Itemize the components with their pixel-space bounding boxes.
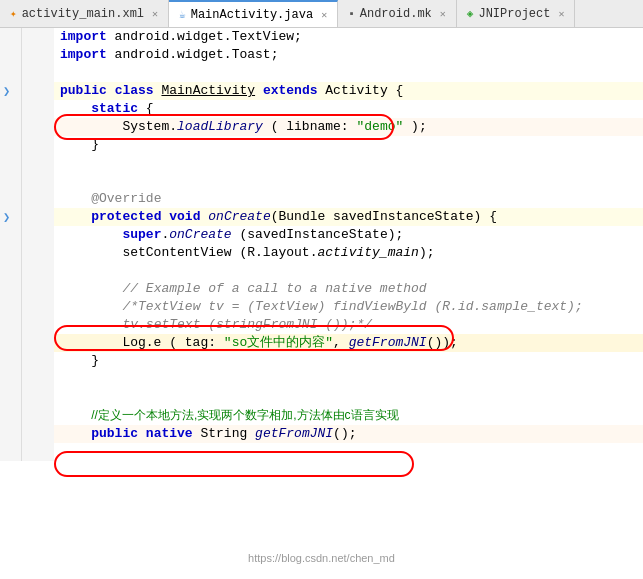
code-line-4: ❯ public class MainActivity extends Acti… bbox=[0, 82, 643, 100]
mk-icon: ▪ bbox=[348, 8, 355, 20]
tab-bar: ✦ activity_main.xml ✕ ☕ MainActivity.jav… bbox=[0, 0, 643, 28]
code-line-23: public native String getFromJNI(); bbox=[0, 425, 643, 443]
code-line-2: import android.widget.Toast; bbox=[0, 46, 643, 64]
close-icon[interactable]: ✕ bbox=[321, 9, 327, 21]
code-line-9 bbox=[0, 172, 643, 190]
code-line-16: /*TextView tv = (TextView) findViewByld … bbox=[0, 298, 643, 316]
code-line-5: static { bbox=[0, 100, 643, 118]
code-line-19: } bbox=[0, 352, 643, 370]
java-icon: ☕ bbox=[179, 8, 186, 21]
code-line-3 bbox=[0, 64, 643, 82]
code-line-6: System.loadLibrary ( libname: "demo" ); bbox=[0, 118, 643, 136]
tab-label: activity_main.xml bbox=[22, 7, 144, 21]
code-line-15: // Example of a call to a native method bbox=[0, 280, 643, 298]
code-line-13: setContentView (R.layout.activity_main); bbox=[0, 244, 643, 262]
close-icon[interactable]: ✕ bbox=[152, 8, 158, 20]
code-line-10: @Override bbox=[0, 190, 643, 208]
close-icon[interactable]: ✕ bbox=[558, 8, 564, 20]
tab-label: MainActivity.java bbox=[191, 8, 313, 22]
code-line-14 bbox=[0, 262, 643, 280]
code-line-17: tv.setText (stringFromJNI ());*/ bbox=[0, 316, 643, 334]
code-line-24 bbox=[0, 443, 643, 461]
code-line-21 bbox=[0, 388, 643, 406]
tab-android-mk[interactable]: ▪ Android.mk ✕ bbox=[338, 0, 457, 27]
bookmark-icon: ❯ bbox=[3, 83, 10, 101]
editor-container: import android.widget.TextView; import a… bbox=[0, 28, 643, 579]
tab-jniproject[interactable]: ◈ JNIProject ✕ bbox=[457, 0, 576, 27]
code-line-1: import android.widget.TextView; bbox=[0, 28, 643, 46]
close-icon[interactable]: ✕ bbox=[440, 8, 446, 20]
tab-label: JNIProject bbox=[478, 7, 550, 21]
code-line-18: Log.e ( tag: "so文件中的内容", getFromJNI()); bbox=[0, 334, 643, 352]
code-line-22: //定义一个本地方法,实现两个数字相加,方法体由c语言实现 bbox=[0, 406, 643, 425]
code-line-12: super.onCreate (savedInstanceState); bbox=[0, 226, 643, 244]
tab-activity-main[interactable]: ✦ activity_main.xml ✕ bbox=[0, 0, 169, 27]
xml-icon: ✦ bbox=[10, 7, 17, 20]
bookmark-icon: ❯ bbox=[3, 209, 10, 227]
code-line-11: ❯ protected void onCreate(Bundle savedIn… bbox=[0, 208, 643, 226]
tab-label: Android.mk bbox=[360, 7, 432, 21]
code-line-20 bbox=[0, 370, 643, 388]
code-line-7: } bbox=[0, 136, 643, 154]
jni-icon: ◈ bbox=[467, 7, 474, 20]
code-line-8 bbox=[0, 154, 643, 172]
tab-mainactivity[interactable]: ☕ MainActivity.java ✕ bbox=[169, 0, 338, 27]
